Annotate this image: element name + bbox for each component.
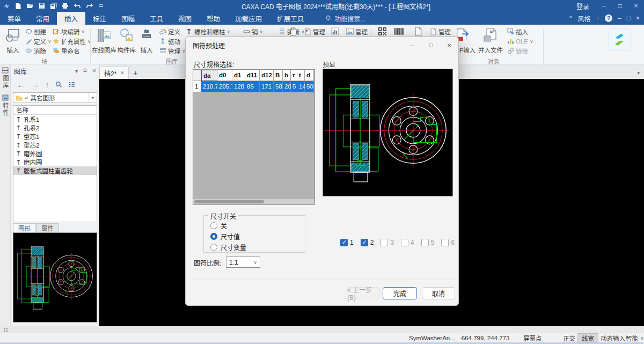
block-create-button[interactable]: 创建 bbox=[25, 27, 52, 36]
col-header[interactable]: d1 bbox=[232, 70, 245, 81]
dialog-close-button[interactable]: × bbox=[440, 38, 458, 53]
checkbox-5[interactable]: 5 bbox=[421, 239, 435, 246]
col-header[interactable]: B bbox=[274, 70, 283, 81]
checkbox-2[interactable]: 2 bbox=[361, 239, 374, 246]
tab-view[interactable]: 视图 bbox=[171, 12, 199, 25]
col-header[interactable]: d bbox=[305, 70, 314, 81]
radio-dim-value-circle[interactable] bbox=[210, 233, 217, 240]
resize-grip[interactable] bbox=[4, 328, 8, 332]
side-tab-library[interactable]: 图库 bbox=[0, 64, 11, 92]
list-item[interactable]: 型芯1 bbox=[13, 132, 97, 141]
col-header[interactable]: b bbox=[283, 70, 291, 81]
col-header[interactable]: r bbox=[291, 70, 297, 81]
checkbox-1-box[interactable] bbox=[340, 239, 348, 246]
barcode-button[interactable] bbox=[393, 27, 404, 36]
print-icon[interactable] bbox=[62, 2, 69, 10]
tab-common[interactable]: 常用 bbox=[28, 12, 57, 25]
tab-menu[interactable]: 菜单 bbox=[0, 12, 28, 25]
tab-sheet[interactable]: 图幅 bbox=[114, 12, 142, 25]
new-document-tab-button[interactable]: + bbox=[129, 67, 142, 79]
cancel-button[interactable]: 取消 bbox=[422, 287, 455, 299]
tab-help[interactable]: 帮助 bbox=[199, 12, 228, 25]
list-item[interactable]: 磨外圆 bbox=[13, 149, 97, 158]
toggle-ortho[interactable]: 正交 bbox=[559, 333, 579, 342]
doc-close-icon[interactable]: × bbox=[636, 14, 640, 22]
pdf-manage-button[interactable]: 管理 bbox=[429, 27, 451, 36]
style-dropdown-icon[interactable]: ∨ bbox=[596, 16, 599, 21]
checkbox-5-box[interactable] bbox=[421, 239, 429, 246]
ext-attr-button[interactable]: 扩充属性∨ bbox=[52, 36, 91, 46]
tab-tools[interactable]: 工具 bbox=[142, 12, 171, 25]
close-button[interactable]: × bbox=[628, 0, 644, 12]
checkbox-4-box[interactable] bbox=[401, 239, 408, 246]
new-file-icon[interactable] bbox=[15, 2, 21, 10]
ole-button[interactable]: OLE∨ bbox=[507, 36, 533, 46]
online-library-button[interactable]: 在线图库 bbox=[92, 27, 116, 60]
radio-off[interactable]: 关 bbox=[210, 221, 227, 230]
radio-dim-value[interactable]: 尺寸值 bbox=[210, 232, 240, 241]
bolt-stud-button[interactable]: 螺栓和螺柱∨ bbox=[185, 27, 230, 36]
radio-dim-variable-circle[interactable] bbox=[210, 244, 217, 251]
checkbox-1[interactable]: 1 bbox=[340, 239, 354, 246]
col-header[interactable]: t bbox=[297, 70, 305, 81]
tab-attributes[interactable]: 属性 bbox=[36, 223, 59, 232]
list-column-header[interactable]: 名称 bbox=[13, 106, 97, 115]
image-manage-button[interactable]: 管理 bbox=[346, 27, 368, 36]
cell[interactable]: 205.7 bbox=[217, 81, 232, 92]
status-screen-point[interactable]: 屏幕点 bbox=[523, 333, 542, 342]
block-define-button[interactable]: 定义∨ bbox=[25, 36, 52, 46]
block-hide-button[interactable]: 消隐 bbox=[25, 46, 52, 55]
panel-pin-icon[interactable] bbox=[82, 68, 88, 74]
tab-annotate[interactable]: 标注 bbox=[85, 12, 114, 25]
minimize-button[interactable]: – bbox=[596, 0, 612, 12]
spec-table-row-selected[interactable]: 1 210.7 205.7 128 85 171 58 20 5 14 50 bbox=[193, 81, 314, 92]
cell[interactable]: 5 bbox=[291, 81, 297, 92]
doc-manage-button[interactable]: 管理 bbox=[304, 27, 325, 36]
redo-icon[interactable] bbox=[86, 2, 93, 10]
list-item[interactable]: 型芯2 bbox=[13, 141, 97, 149]
restore-button[interactable]: □ bbox=[612, 0, 628, 12]
pin-button[interactable]: 销∨ bbox=[243, 27, 263, 36]
app-logo-icon[interactable] bbox=[3, 2, 10, 10]
chart-button[interactable] bbox=[331, 27, 339, 36]
table-hscrollbar[interactable] bbox=[193, 199, 314, 204]
checkbox-4[interactable]: 4 bbox=[401, 239, 414, 246]
panel-menu-icon[interactable]: ▾ bbox=[75, 68, 78, 74]
radio-dim-variable[interactable]: 尺寸变量 bbox=[210, 243, 246, 252]
document-tab[interactable]: 档2* × bbox=[99, 67, 129, 79]
col-header[interactable]: d12 bbox=[260, 70, 274, 81]
tab-insert[interactable]: 插入 bbox=[57, 12, 85, 25]
component-library-button[interactable]: 构件库 bbox=[116, 27, 137, 60]
cell[interactable]: 128 bbox=[232, 81, 245, 92]
path-dropdown-icon[interactable]: ▾ bbox=[89, 93, 97, 103]
tab-load-app[interactable]: 加载应用 bbox=[228, 12, 269, 25]
tab-graphic[interactable]: 图形 bbox=[13, 223, 36, 232]
table-hscroll-thumb[interactable] bbox=[194, 200, 264, 203]
tab-extensions[interactable]: 扩展工具 bbox=[269, 12, 311, 25]
object-insert-button[interactable]: 插入 bbox=[507, 27, 533, 36]
help-icon[interactable]: ? bbox=[605, 14, 612, 22]
library-search-icon[interactable] bbox=[55, 81, 62, 88]
login-button[interactable]: 登录 bbox=[570, 2, 596, 11]
col-header[interactable]: d11 bbox=[245, 70, 260, 81]
cell[interactable]: 171 bbox=[260, 81, 274, 92]
merge-file-button[interactable]: 并入文件 bbox=[478, 27, 503, 60]
radio-off-circle[interactable] bbox=[210, 222, 217, 229]
library-insert-button[interactable]: 插入 bbox=[137, 27, 156, 60]
rename-button[interactable]: 重命名 bbox=[52, 46, 91, 55]
doc-restore-icon[interactable]: □ bbox=[627, 14, 631, 22]
dialog-title-bar[interactable]: 图符预处理 – □ × bbox=[186, 37, 458, 53]
cell[interactable]: 14 bbox=[297, 81, 305, 92]
col-header[interactable]: da bbox=[201, 70, 217, 81]
cell[interactable]: 50 bbox=[305, 81, 314, 92]
symbol-scale-select[interactable]: 1:1 ∨ bbox=[226, 257, 260, 268]
function-search[interactable]: 功能搜索... bbox=[325, 12, 365, 25]
save-icon[interactable] bbox=[39, 2, 45, 10]
side-tab-properties[interactable]: 特性 bbox=[0, 92, 11, 119]
library-path-combo[interactable]: « 其它图形 ▾ bbox=[13, 92, 97, 103]
nav-up-icon[interactable]: ↑ bbox=[45, 80, 49, 89]
snap-mode-select[interactable]: 智能∨ bbox=[626, 333, 644, 342]
panel-close-icon[interactable]: × bbox=[92, 67, 96, 75]
library-manage-button[interactable]: 管理∨ bbox=[159, 46, 186, 55]
cell[interactable]: 20 bbox=[283, 81, 291, 92]
